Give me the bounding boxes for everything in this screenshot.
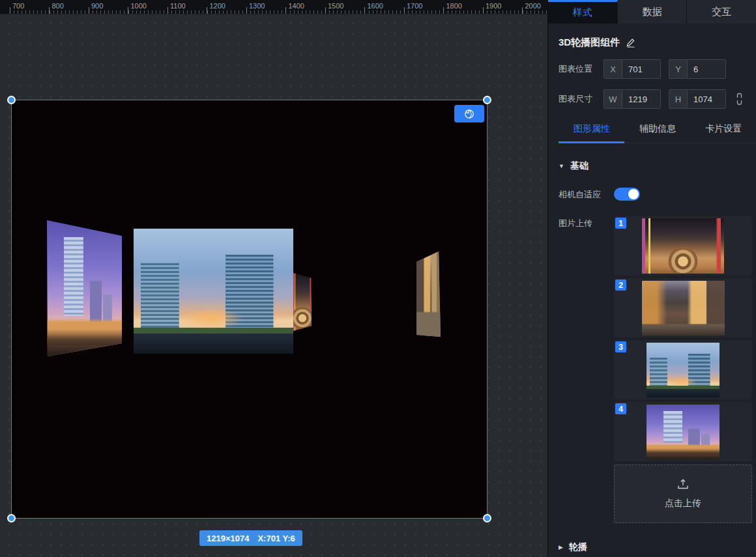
expand-triangle-icon: ▶ (559, 544, 563, 550)
chart-size-row: 图表尺寸 W 1219 H 1074 (559, 89, 756, 109)
editor-window: 700 800 900 1000 1100 1200 1300 1400 150… (0, 0, 756, 557)
aspect-link-icon[interactable] (735, 92, 744, 106)
ruler-label: 1100 (170, 2, 210, 10)
edit-title-icon[interactable] (626, 38, 635, 48)
resize-handle-sw[interactable] (7, 514, 16, 522)
subtab-graphic-properties[interactable]: 图形属性 (559, 123, 624, 143)
thumbnail-index-badge: 4 (615, 403, 626, 414)
size-w-key: W (604, 90, 622, 108)
upload-icon (676, 478, 690, 490)
basic-section-label: 基础 (570, 160, 589, 172)
thumbnail-item-2[interactable]: 2 (614, 278, 752, 337)
component-title: 3D轮播图组件 (559, 36, 620, 49)
thumbnail-item-3[interactable]: 3 (614, 340, 752, 399)
image-upload-label: 图片上传 (559, 216, 614, 523)
properties-panel: 样式 数据 交互 3D轮播图组件 图表位置 X 701 (547, 0, 756, 557)
carousel-section-label: 轮播 (569, 541, 587, 553)
position-y-input[interactable]: Y 6 (669, 59, 726, 79)
carousel-image-mall-sliver (293, 273, 312, 331)
thumbnail-image-purple-tower (647, 405, 720, 459)
selection-size-text: 1219×1074 (207, 534, 249, 543)
carousel-3d-component[interactable] (11, 100, 487, 519)
tab-interaction[interactable]: 交互 (687, 0, 756, 23)
upload-button-label: 点击上传 (665, 498, 701, 509)
thumbnail-item-4[interactable]: 4 (614, 402, 752, 461)
property-subtabs: 图形属性 辅助信息 卡片设置 (559, 123, 756, 143)
thumbnail-image-mall (642, 218, 724, 274)
position-x-value[interactable]: 701 (622, 64, 660, 74)
selection-size-chip: 1219×1074 X:701 Y:6 (199, 530, 302, 546)
thumbnail-list: 1 2 3 4 (614, 216, 752, 523)
ruler-label: 1800 (446, 2, 486, 10)
ruler-label: 1400 (289, 2, 328, 10)
panel-body: 3D轮播图组件 图表位置 X 701 Y 6 (548, 36, 756, 553)
camera-orbit-icon (463, 108, 475, 120)
image-upload-row: 图片上传 1 2 3 4 (559, 216, 756, 523)
camera-adaptive-label: 相机自适应 (559, 188, 614, 201)
horizontal-ruler: 700 800 900 1000 1100 1200 1300 1400 150… (0, 0, 547, 14)
thumbnail-index-badge: 3 (615, 341, 626, 352)
camera-orbit-button[interactable] (454, 105, 484, 122)
ruler-label: 1000 (131, 2, 171, 10)
thumbnail-index-badge: 1 (615, 218, 626, 229)
position-y-key: Y (669, 60, 688, 78)
size-h-input[interactable]: H 1074 (669, 89, 726, 109)
carousel-image-purple-tower (47, 220, 122, 356)
thumbnail-image-street (642, 281, 725, 336)
resize-handle-se[interactable] (483, 514, 491, 522)
resize-handle-nw[interactable] (7, 96, 16, 104)
thumbnail-image-glass-towers (647, 343, 720, 397)
component-title-row: 3D轮播图组件 (559, 36, 756, 49)
tab-style[interactable]: 样式 (548, 0, 618, 23)
chart-position-label: 图表位置 (559, 63, 603, 75)
chart-position-row: 图表位置 X 701 Y 6 (559, 59, 756, 79)
position-y-value[interactable]: 6 (688, 64, 725, 74)
size-w-value[interactable]: 1219 (622, 94, 660, 104)
ruler-label: 900 (91, 2, 131, 10)
upload-button[interactable]: 点击上传 (614, 464, 752, 523)
ruler-label: 1600 (368, 2, 407, 10)
thumbnail-index-badge: 2 (615, 279, 626, 291)
ruler-label: 1300 (249, 2, 289, 10)
panel-tabbar: 样式 数据 交互 (548, 0, 756, 23)
basic-section-header[interactable]: ▼ 基础 (559, 160, 756, 172)
toggle-knob (628, 189, 639, 199)
carousel-image-glass-towers (134, 229, 293, 354)
tab-data[interactable]: 数据 (618, 0, 688, 23)
size-w-input[interactable]: W 1219 (603, 89, 661, 109)
size-h-key: H (669, 90, 688, 108)
resize-handle-ne[interactable] (483, 96, 491, 104)
ruler-label: 800 (52, 2, 92, 10)
ruler-label: 1900 (486, 2, 525, 10)
ruler-label: 1200 (210, 2, 250, 10)
collapse-triangle-icon: ▼ (559, 163, 564, 169)
design-stage: 700 800 900 1000 1100 1200 1300 1400 150… (0, 0, 547, 557)
ruler-label: 1700 (407, 2, 446, 10)
thumbnail-item-1[interactable]: 1 (614, 216, 752, 276)
chart-size-label: 图表尺寸 (559, 93, 603, 105)
selection-position-text: X:701 Y:6 (257, 534, 295, 543)
carousel-image-street-strip (416, 251, 441, 337)
carousel-section-header[interactable]: ▶ 轮播 (559, 541, 756, 553)
editor-canvas[interactable]: 1219×1074 X:701 Y:6 (0, 14, 547, 557)
subtab-auxiliary-info[interactable]: 辅助信息 (624, 123, 690, 143)
camera-adaptive-toggle[interactable] (614, 188, 640, 201)
size-h-value[interactable]: 1074 (688, 94, 725, 104)
position-x-key: X (604, 60, 622, 78)
ruler-label: 1500 (328, 2, 368, 10)
ruler-label: 700 (12, 2, 52, 10)
camera-adaptive-row: 相机自适应 (559, 188, 756, 201)
position-x-input[interactable]: X 701 (603, 59, 661, 79)
subtab-card-settings[interactable]: 卡片设置 (691, 123, 756, 143)
ruler-labels: 700 800 900 1000 1100 1200 1300 1400 150… (12, 2, 564, 10)
